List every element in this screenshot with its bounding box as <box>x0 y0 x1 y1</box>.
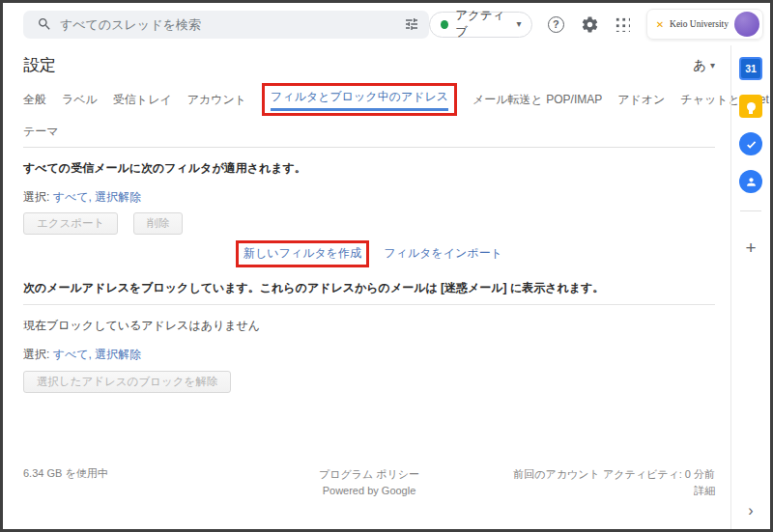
contacts-button[interactable] <box>739 170 762 193</box>
calendar-button[interactable]: 31 <box>739 57 762 80</box>
tab-inbox[interactable]: 受信トレイ <box>113 92 172 108</box>
top-bar-actions: アクティブ ▾ ? ✕ Keio University <box>429 9 763 40</box>
program-policies-link[interactable]: プログラム ポリシー <box>254 466 485 483</box>
tab-accounts[interactable]: アカウント <box>187 92 246 108</box>
last-account-activity: 前回のアカウント アクティビティ: 0 分前 <box>484 466 715 483</box>
settings-button[interactable] <box>579 13 600 36</box>
filter-actions: 新しいフィルタを作成 フィルタをインポート <box>23 240 715 267</box>
settings-footer: 6.34 GB を使用中 プログラム ポリシー Powered by Googl… <box>23 466 715 499</box>
search-bar[interactable] <box>23 11 429 39</box>
calendar-icon: 31 <box>739 57 762 80</box>
storage-usage: 6.34 GB を使用中 <box>23 466 254 499</box>
apps-grid-icon <box>616 17 630 32</box>
expand-side-panel-chevron-icon[interactable]: › <box>748 502 753 519</box>
settings-main: 設定 あ ▾ 全般 ラベル 受信トレイ アカウント フィルタとブロック中のアドレ… <box>3 45 730 529</box>
contacts-icon <box>739 170 762 193</box>
powered-by-google: Powered by Google <box>254 483 485 499</box>
help-button[interactable]: ? <box>545 13 566 36</box>
account-name: Keio University <box>670 19 729 29</box>
settings-tabs: 全般 ラベル 受信トレイ アカウント フィルタとブロック中のアドレス メール転送… <box>23 83 715 148</box>
deselect-link[interactable]: 選択解除 <box>95 190 141 204</box>
blocked-empty-message: 現在ブロックしているアドレスはありません <box>23 318 715 334</box>
annotation-box-filters-tab: フィルタとブロック中のアドレス <box>262 83 457 116</box>
account-badge[interactable]: ✕ Keio University <box>646 9 763 40</box>
tab-general[interactable]: 全般 <box>23 92 46 108</box>
blocked-select-row: 選択: すべて, 選択解除 <box>23 347 715 363</box>
export-button[interactable]: エクスポート <box>23 212 118 235</box>
status-label: アクティブ <box>455 8 509 41</box>
details-link[interactable]: 詳細 <box>484 483 715 499</box>
tasks-button[interactable] <box>739 132 762 155</box>
help-icon: ? <box>548 16 564 33</box>
input-language-button[interactable]: あ ▾ <box>693 57 715 74</box>
tab-forwarding-pop-imap[interactable]: メール転送と POP/IMAP <box>472 92 602 108</box>
chevron-down-icon: ▾ <box>516 19 521 29</box>
tab-labels[interactable]: ラベル <box>62 92 98 108</box>
import-filter-link[interactable]: フィルタをインポート <box>384 246 502 260</box>
select-label: 選択: <box>23 348 49 361</box>
tab-addons[interactable]: アドオン <box>617 92 665 108</box>
bulb-icon <box>747 102 756 111</box>
gear-icon <box>581 15 599 34</box>
filters-section-header: すべての受信メールに次のフィルタが適用されます。 <box>23 160 715 177</box>
create-filter-link[interactable]: 新しいフィルタを作成 <box>243 246 361 260</box>
avatar[interactable] <box>734 12 759 37</box>
keep-icon <box>739 95 762 118</box>
select-all-link[interactable]: すべて, <box>53 348 92 361</box>
keep-button[interactable] <box>739 95 762 118</box>
chevron-down-icon: ▾ <box>710 61 715 70</box>
blocked-section-header: 次のメールアドレスをブロックしています。これらのアドレスからのメールは [迷惑メ… <box>23 280 715 296</box>
divider <box>23 304 715 305</box>
tab-themes[interactable]: テーマ <box>23 124 59 140</box>
side-panel-divider <box>740 210 761 211</box>
unblock-selected-button[interactable]: 選択したアドレスのブロックを解除 <box>23 371 231 393</box>
page-title: 設定 <box>23 54 56 76</box>
top-bar: アクティブ ▾ ? ✕ Keio University <box>3 3 770 45</box>
side-panel: 31 + › <box>730 45 770 529</box>
active-status-dot <box>441 20 448 29</box>
get-addons-button[interactable]: + <box>745 238 756 257</box>
keio-logo-icon: ✕ <box>656 19 664 30</box>
gmail-settings-window: アクティブ ▾ ? ✕ Keio University 設定 <box>0 0 773 532</box>
search-options-icon[interactable] <box>404 16 419 32</box>
apps-button[interactable] <box>613 13 634 36</box>
select-all-link[interactable]: すべて, <box>53 190 92 204</box>
tab-filters-blocked-addresses[interactable]: フィルタとブロック中のアドレス <box>271 89 448 111</box>
chat-status-selector[interactable]: アクティブ ▾ <box>429 12 532 38</box>
delete-button[interactable]: 削除 <box>133 212 183 235</box>
deselect-link[interactable]: 選択解除 <box>95 348 141 361</box>
annotation-box-create-filter: 新しいフィルタを作成 <box>236 240 369 267</box>
tasks-icon <box>739 132 762 155</box>
search-icon <box>37 16 52 32</box>
filters-select-row: 選択: すべて, 選択解除 <box>23 189 715 206</box>
search-input[interactable] <box>60 17 396 32</box>
select-label: 選択: <box>23 190 49 204</box>
